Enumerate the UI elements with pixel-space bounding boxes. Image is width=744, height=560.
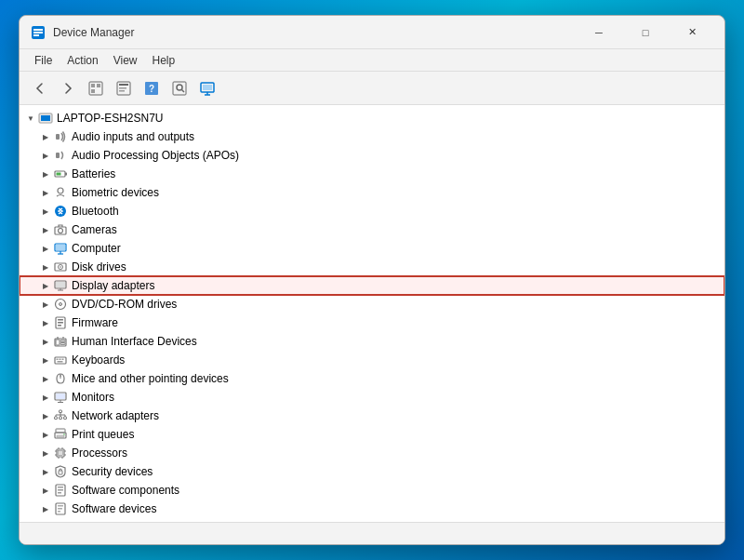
menu-action[interactable]: Action	[60, 52, 105, 69]
item-label: Network adapters	[72, 409, 159, 422]
minimize-button[interactable]: ─	[578, 19, 620, 47]
root-icon	[38, 111, 53, 126]
help-button[interactable]: ?	[139, 75, 165, 101]
menubar: File Action View Help	[20, 49, 724, 72]
list-item[interactable]: ▶ Print queues	[20, 425, 724, 444]
item-label: Security devices	[72, 465, 153, 478]
expand-arrow: ▶	[38, 464, 53, 479]
properties-button[interactable]	[111, 75, 137, 101]
item-label: Mice and other pointing devices	[72, 372, 229, 385]
close-button[interactable]: ✕	[671, 19, 713, 47]
svg-rect-6	[97, 84, 100, 87]
expand-arrow: ▶	[38, 315, 53, 330]
svg-rect-2	[33, 32, 43, 33]
root-expand-arrow: ▼	[23, 111, 38, 126]
svg-point-61	[60, 375, 61, 377]
titlebar-controls: ─ □ ✕	[578, 19, 713, 47]
list-item[interactable]: ▶ Software devices	[20, 500, 724, 518]
list-item[interactable]: ▶ Disk drives	[20, 258, 724, 276]
svg-rect-52	[56, 340, 60, 345]
svg-point-46	[60, 304, 61, 305]
back-button[interactable]	[27, 75, 53, 101]
list-item[interactable]: ▶ Biometric devices	[20, 183, 724, 202]
display-adapters-item[interactable]: ▶ Display adapters	[20, 276, 724, 295]
list-item[interactable]: ▶ Computer	[20, 239, 724, 258]
item-label: Monitors	[72, 391, 114, 404]
svg-rect-75	[56, 429, 65, 433]
svg-rect-41	[56, 282, 65, 287]
svg-rect-92	[58, 489, 63, 491]
list-item[interactable]: ▶ Cameras	[20, 220, 724, 239]
forward-button[interactable]	[55, 75, 81, 101]
svg-rect-55	[55, 357, 66, 364]
svg-rect-14	[173, 82, 186, 95]
item-label: Software components	[72, 484, 179, 497]
menu-view[interactable]: View	[106, 52, 145, 69]
svg-rect-23	[41, 122, 50, 124]
svg-rect-69	[60, 417, 62, 420]
svg-point-29	[58, 188, 63, 193]
expand-arrow: ▶	[38, 427, 53, 442]
list-item[interactable]: ▶ Security devices	[20, 462, 724, 481]
security-icon	[53, 464, 68, 479]
svg-rect-50	[58, 325, 61, 327]
svg-rect-34	[56, 245, 65, 250]
network-icon	[53, 408, 68, 423]
svg-rect-24	[56, 134, 60, 140]
list-item[interactable]: ▶ Audio Processing Objects (APOs)	[20, 146, 724, 165]
svg-rect-56	[57, 359, 59, 361]
svg-point-32	[59, 229, 63, 233]
list-item[interactable]: ▶ Bluetooth	[20, 202, 724, 220]
expand-arrow: ▶	[38, 278, 53, 293]
svg-rect-7	[91, 89, 95, 93]
expand-arrow: ▶	[38, 483, 53, 498]
list-item[interactable]: ▶ Network adapters	[20, 407, 724, 425]
statusbar	[20, 522, 724, 544]
titlebar: Device Manager ─ □ ✕	[20, 16, 724, 49]
window-icon	[31, 25, 46, 40]
list-item[interactable]: ▶ Keyboards	[20, 351, 724, 369]
svg-rect-48	[58, 319, 63, 321]
expand-arrow: ▶	[38, 129, 53, 144]
svg-point-39	[60, 266, 61, 268]
svg-rect-63	[56, 393, 65, 399]
device-tree[interactable]: ▼ LAPTOP-ESH2SN7U ▶	[20, 105, 724, 522]
list-item[interactable]: ▶ DVD/CD-ROM drives	[20, 295, 724, 313]
scan-button[interactable]	[166, 75, 193, 101]
maximize-button[interactable]: □	[624, 19, 667, 47]
menu-file[interactable]: File	[27, 52, 60, 69]
list-item[interactable]: ▶ Monitors	[20, 388, 724, 407]
svg-point-15	[177, 85, 182, 90]
item-label: Sound, video and game controllers	[72, 521, 244, 522]
svg-rect-68	[64, 417, 67, 420]
list-item[interactable]: ▶ Batteries	[20, 165, 724, 183]
expand-arrow: ▶	[38, 167, 53, 181]
tree-root[interactable]: ▼ LAPTOP-ESH2SN7U	[20, 109, 724, 127]
display-button[interactable]	[194, 75, 220, 101]
svg-rect-66	[60, 410, 62, 413]
item-label: Audio inputs and outputs	[72, 130, 194, 143]
svg-rect-28	[57, 173, 61, 176]
audio-inputs-icon	[53, 129, 68, 144]
show-hidden-button[interactable]	[83, 75, 109, 101]
expand-arrow: ▶	[38, 520, 53, 522]
list-item[interactable]: ▶ Human Interface Devices	[20, 332, 724, 351]
menu-help[interactable]: Help	[145, 52, 183, 69]
apo-icon	[53, 148, 68, 163]
window-title: Device Manager	[53, 26, 578, 39]
item-label: Batteries	[72, 167, 115, 180]
list-item[interactable]: ▶ Sound, video and game controllers	[20, 518, 724, 522]
list-item[interactable]: ▶ Mice and other pointing devices	[20, 369, 724, 388]
list-item[interactable]: ▶ Processors	[20, 444, 724, 462]
list-item[interactable]: ▶ Audio inputs and outputs	[20, 127, 724, 146]
list-item[interactable]: ▶ Firmware	[20, 313, 724, 332]
disk-drives-icon	[53, 260, 68, 274]
svg-rect-57	[60, 359, 61, 361]
expand-arrow: ▶	[38, 390, 53, 405]
expand-arrow: ▶	[38, 148, 53, 163]
svg-rect-54	[60, 343, 65, 345]
list-item[interactable]: ▶ Software components	[20, 481, 724, 500]
svg-rect-53	[60, 340, 65, 342]
item-label: Keyboards	[72, 353, 125, 367]
svg-rect-25	[56, 153, 60, 158]
